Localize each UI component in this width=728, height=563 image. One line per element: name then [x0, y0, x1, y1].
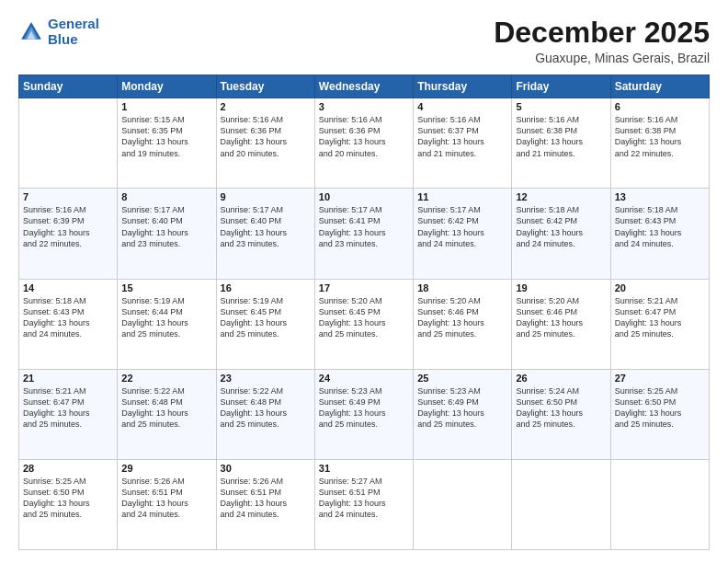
- day-number: 25: [417, 373, 507, 384]
- day-info: Sunrise: 5:23 AM Sunset: 6:49 PM Dayligh…: [319, 385, 409, 431]
- day-cell: 15Sunrise: 5:19 AM Sunset: 6:44 PM Dayli…: [118, 279, 216, 369]
- title-block: December 2025 Guaxupe, Minas Gerais, Bra…: [494, 17, 710, 65]
- day-cell: 13Sunrise: 5:18 AM Sunset: 6:43 PM Dayli…: [610, 189, 709, 279]
- week-row-2: 7Sunrise: 5:16 AM Sunset: 6:39 PM Daylig…: [19, 189, 710, 279]
- day-cell: 3Sunrise: 5:16 AM Sunset: 6:36 PM Daylig…: [314, 98, 413, 189]
- col-monday: Monday: [118, 75, 216, 98]
- day-cell: [19, 98, 118, 189]
- day-cell: 28Sunrise: 5:25 AM Sunset: 6:50 PM Dayli…: [19, 459, 118, 549]
- day-cell: 10Sunrise: 5:17 AM Sunset: 6:41 PM Dayli…: [314, 189, 413, 279]
- day-info: Sunrise: 5:21 AM Sunset: 6:47 PM Dayligh…: [615, 295, 705, 340]
- day-info: Sunrise: 5:20 AM Sunset: 6:46 PM Dayligh…: [417, 295, 507, 340]
- day-number: 27: [615, 373, 705, 384]
- day-number: 12: [516, 191, 606, 202]
- day-number: 8: [121, 191, 211, 202]
- col-wednesday: Wednesday: [314, 75, 413, 98]
- day-info: Sunrise: 5:24 AM Sunset: 6:50 PM Dayligh…: [516, 385, 606, 431]
- day-info: Sunrise: 5:16 AM Sunset: 6:37 PM Dayligh…: [417, 114, 507, 159]
- day-cell: 27Sunrise: 5:25 AM Sunset: 6:50 PM Dayli…: [610, 369, 709, 459]
- day-cell: 29Sunrise: 5:26 AM Sunset: 6:51 PM Dayli…: [118, 459, 216, 549]
- day-number: 21: [23, 373, 113, 384]
- logo-icon: [18, 19, 44, 45]
- logo-blue: Blue: [48, 31, 78, 47]
- week-row-3: 14Sunrise: 5:18 AM Sunset: 6:43 PM Dayli…: [19, 279, 710, 369]
- day-number: 2: [221, 101, 311, 112]
- day-number: 7: [23, 191, 113, 202]
- day-cell: 1Sunrise: 5:15 AM Sunset: 6:35 PM Daylig…: [118, 98, 216, 189]
- day-number: 19: [516, 282, 606, 293]
- day-cell: 2Sunrise: 5:16 AM Sunset: 6:36 PM Daylig…: [216, 98, 314, 189]
- day-info: Sunrise: 5:20 AM Sunset: 6:45 PM Dayligh…: [319, 295, 409, 340]
- day-cell: 25Sunrise: 5:23 AM Sunset: 6:49 PM Dayli…: [414, 369, 512, 459]
- day-number: 22: [121, 373, 211, 384]
- day-info: Sunrise: 5:25 AM Sunset: 6:50 PM Dayligh…: [615, 385, 705, 431]
- day-cell: 17Sunrise: 5:20 AM Sunset: 6:45 PM Dayli…: [314, 279, 413, 369]
- day-cell: [610, 459, 709, 549]
- col-thursday: Thursday: [414, 75, 512, 98]
- day-number: 20: [615, 282, 705, 293]
- day-cell: 19Sunrise: 5:20 AM Sunset: 6:46 PM Dayli…: [512, 279, 610, 369]
- day-info: Sunrise: 5:23 AM Sunset: 6:49 PM Dayligh…: [417, 385, 507, 431]
- day-info: Sunrise: 5:17 AM Sunset: 6:40 PM Dayligh…: [221, 204, 311, 249]
- day-cell: 22Sunrise: 5:22 AM Sunset: 6:48 PM Dayli…: [118, 369, 216, 459]
- day-cell: 18Sunrise: 5:20 AM Sunset: 6:46 PM Dayli…: [414, 279, 512, 369]
- day-info: Sunrise: 5:22 AM Sunset: 6:48 PM Dayligh…: [221, 385, 311, 431]
- week-row-4: 21Sunrise: 5:21 AM Sunset: 6:47 PM Dayli…: [19, 369, 710, 459]
- day-number: 17: [319, 282, 409, 293]
- day-info: Sunrise: 5:26 AM Sunset: 6:51 PM Dayligh…: [121, 476, 211, 521]
- day-number: 23: [221, 373, 311, 384]
- logo-text: General Blue: [48, 17, 99, 47]
- day-cell: 30Sunrise: 5:26 AM Sunset: 6:51 PM Dayli…: [216, 459, 314, 549]
- day-info: Sunrise: 5:19 AM Sunset: 6:45 PM Dayligh…: [221, 295, 311, 340]
- day-number: 24: [319, 373, 409, 384]
- day-number: 11: [417, 191, 507, 202]
- day-number: 5: [516, 101, 606, 112]
- day-cell: [512, 459, 610, 549]
- col-friday: Friday: [512, 75, 610, 98]
- day-info: Sunrise: 5:16 AM Sunset: 6:36 PM Dayligh…: [221, 114, 311, 159]
- day-number: 13: [615, 191, 705, 202]
- week-row-5: 28Sunrise: 5:25 AM Sunset: 6:50 PM Dayli…: [19, 459, 710, 549]
- location-subtitle: Guaxupe, Minas Gerais, Brazil: [494, 51, 710, 65]
- day-cell: 16Sunrise: 5:19 AM Sunset: 6:45 PM Dayli…: [216, 279, 314, 369]
- day-cell: 21Sunrise: 5:21 AM Sunset: 6:47 PM Dayli…: [19, 369, 118, 459]
- day-number: 31: [319, 463, 409, 474]
- week-row-1: 1Sunrise: 5:15 AM Sunset: 6:35 PM Daylig…: [19, 98, 710, 189]
- day-number: 16: [221, 282, 311, 293]
- month-title: December 2025: [494, 17, 710, 49]
- day-cell: 12Sunrise: 5:18 AM Sunset: 6:42 PM Dayli…: [512, 189, 610, 279]
- day-number: 14: [23, 282, 113, 293]
- day-cell: 24Sunrise: 5:23 AM Sunset: 6:49 PM Dayli…: [314, 369, 413, 459]
- day-info: Sunrise: 5:22 AM Sunset: 6:48 PM Dayligh…: [121, 385, 211, 431]
- day-info: Sunrise: 5:17 AM Sunset: 6:41 PM Dayligh…: [319, 204, 409, 249]
- day-info: Sunrise: 5:16 AM Sunset: 6:38 PM Dayligh…: [516, 114, 606, 159]
- day-cell: 4Sunrise: 5:16 AM Sunset: 6:37 PM Daylig…: [414, 98, 512, 189]
- day-cell: 8Sunrise: 5:17 AM Sunset: 6:40 PM Daylig…: [118, 189, 216, 279]
- day-info: Sunrise: 5:21 AM Sunset: 6:47 PM Dayligh…: [23, 385, 113, 431]
- col-tuesday: Tuesday: [216, 75, 314, 98]
- day-number: 30: [221, 463, 311, 474]
- day-number: 6: [615, 101, 705, 112]
- day-number: 18: [417, 282, 507, 293]
- day-info: Sunrise: 5:18 AM Sunset: 6:42 PM Dayligh…: [516, 204, 606, 249]
- day-number: 3: [319, 101, 409, 112]
- day-cell: 11Sunrise: 5:17 AM Sunset: 6:42 PM Dayli…: [414, 189, 512, 279]
- day-number: 15: [121, 282, 211, 293]
- day-info: Sunrise: 5:16 AM Sunset: 6:36 PM Dayligh…: [319, 114, 409, 159]
- day-cell: 26Sunrise: 5:24 AM Sunset: 6:50 PM Dayli…: [512, 369, 610, 459]
- day-cell: 23Sunrise: 5:22 AM Sunset: 6:48 PM Dayli…: [216, 369, 314, 459]
- day-info: Sunrise: 5:18 AM Sunset: 6:43 PM Dayligh…: [615, 204, 705, 249]
- day-number: 28: [23, 463, 113, 474]
- day-info: Sunrise: 5:18 AM Sunset: 6:43 PM Dayligh…: [23, 295, 113, 340]
- day-number: 9: [221, 191, 311, 202]
- col-sunday: Sunday: [19, 75, 118, 98]
- day-number: 29: [121, 463, 211, 474]
- day-number: 10: [319, 191, 409, 202]
- logo: General Blue: [18, 17, 99, 47]
- day-info: Sunrise: 5:16 AM Sunset: 6:38 PM Dayligh…: [615, 114, 705, 159]
- day-info: Sunrise: 5:16 AM Sunset: 6:39 PM Dayligh…: [23, 204, 113, 249]
- day-number: 26: [516, 373, 606, 384]
- header: General Blue December 2025 Guaxupe, Mina…: [18, 17, 710, 65]
- col-saturday: Saturday: [610, 75, 709, 98]
- calendar: Sunday Monday Tuesday Wednesday Thursday…: [18, 75, 710, 550]
